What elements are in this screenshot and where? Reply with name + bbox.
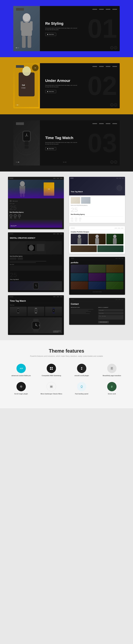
link-r2-3[interactable] <box>121 228 124 228</box>
svg-rect-82 <box>111 368 112 368</box>
hero-next-btn-1[interactable]: › <box>114 46 117 49</box>
watch-svg-1 <box>16 308 20 315</box>
contact-email-input[interactable] <box>98 312 124 314</box>
feature-icon-label-2: Brand <box>14 218 16 218</box>
dot-6[interactable] <box>16 162 16 162</box>
acf-icon-svg: ACF <box>19 366 24 371</box>
hero-logo-1 <box>16 8 24 11</box>
hero-prev-btn-2[interactable]: ‹ <box>110 104 113 106</box>
hero-bottom-bar-1: ‹ › <box>16 46 117 49</box>
dot-7[interactable] <box>17 162 18 162</box>
dot-active-1[interactable] <box>16 48 16 48</box>
hero-logo-3 <box>16 122 24 125</box>
hero-next-btn-3[interactable]: › <box>114 160 117 164</box>
hero-read-more-btn-3[interactable]: Read More <box>45 147 56 150</box>
hero-btn-label-2: Read More <box>49 91 54 92</box>
nav3-link-1[interactable] <box>92 123 97 124</box>
nav2-link-3[interactable] <box>106 66 110 67</box>
svg-point-65 <box>78 235 81 238</box>
nav-link-3[interactable] <box>106 9 110 10</box>
svg-point-60 <box>36 325 36 326</box>
svg-rect-43 <box>35 308 37 309</box>
portfolio-mini-grid <box>71 265 124 290</box>
hero-dots-1 <box>16 48 19 48</box>
mini-img-2 <box>81 197 90 204</box>
link-r4-1[interactable] <box>116 300 118 300</box>
hero-prev-btn-3[interactable]: ‹ <box>110 160 113 164</box>
hero-title-2: Under Armour <box>45 78 114 83</box>
features-grid-row-2: Scroll magic plugin Menu hamburger Class… <box>8 382 125 395</box>
bottom-img-2 <box>97 246 124 252</box>
link-r4-2[interactable] <box>118 300 120 300</box>
dot-5[interactable] <box>18 105 19 105</box>
dot-4[interactable] <box>16 105 16 105</box>
dot-3[interactable] <box>18 48 19 48</box>
hero-prev-btn-1[interactable]: ‹ <box>110 46 113 49</box>
hero-dots-3 <box>16 162 19 162</box>
link-r4-3[interactable] <box>121 300 124 300</box>
info-line-2 <box>71 310 88 311</box>
nav3-link-3[interactable] <box>106 123 110 124</box>
nav3-link-2[interactable] <box>99 123 104 124</box>
mini-nav-link-3[interactable] <box>122 178 124 178</box>
info-line-5 <box>71 313 90 314</box>
svg-text:ACF: ACF <box>20 368 23 370</box>
card-nav-link-8[interactable] <box>57 296 59 297</box>
nav-link-2[interactable] <box>99 9 104 10</box>
nav2-link-2[interactable] <box>99 66 104 67</box>
nav3-link-4[interactable] <box>112 123 117 124</box>
svg-rect-39 <box>17 312 19 314</box>
dot-active-3[interactable] <box>18 162 19 162</box>
feature-page: Beautifully page transition <box>99 364 125 377</box>
hero-nav-links-3 <box>92 123 117 124</box>
contact-name-input[interactable] <box>98 309 124 311</box>
load-more-text[interactable]: LOAD MORE WORKS <box>92 292 102 292</box>
feature-icon-circle-1: ✦ <box>10 214 12 217</box>
feature-icon-fast <box>77 382 86 391</box>
link-r2-2[interactable] <box>118 228 120 228</box>
hero-read-more-btn-1[interactable]: Read More <box>45 33 56 36</box>
dot-active-2[interactable] <box>17 105 18 105</box>
link-r3-3[interactable] <box>121 258 124 259</box>
hero-next-btn-2[interactable]: › <box>114 104 117 106</box>
card-content-left-2: DIGITAL CREATIVE AGENCY New Branding Age… <box>8 235 64 292</box>
preview-right-column: Time Tag Watch Hello we are New Branding… <box>69 177 125 335</box>
card-title-left-2: DIGITAL CREATIVE AGENCY <box>10 237 62 239</box>
mini-nav-link-1[interactable] <box>116 178 118 178</box>
feature-label-r3: Dev <box>80 220 81 221</box>
hero-subtitle-2: Every puzzle piece of information has it… <box>45 84 78 88</box>
svg-rect-30 <box>36 244 44 251</box>
mini-nav-link-2[interactable] <box>119 178 121 178</box>
card-title-left-3: Time Tag Watch <box>10 300 62 302</box>
svg-rect-77 <box>52 369 53 370</box>
card-nav-link-7[interactable] <box>53 296 56 297</box>
preview-card-left-2: DIGITAL CREATIVE AGENCY New Branding Age… <box>8 232 64 292</box>
card-nav-link-5[interactable] <box>57 234 59 234</box>
card-image-left-2 <box>10 241 62 254</box>
feature-label-acf: advanced custom fields pro <box>12 375 31 377</box>
card-nav-link-4[interactable] <box>53 234 56 234</box>
card-nav-link-9[interactable] <box>60 296 62 297</box>
contact-submit-btn[interactable]: SEND MESSAGE <box>98 321 109 323</box>
contact-message-input[interactable] <box>98 315 124 320</box>
nav-link-4[interactable] <box>112 9 117 10</box>
nav2-link-4[interactable] <box>112 66 117 67</box>
card-nav-link-6[interactable] <box>60 234 62 234</box>
link-r3-2[interactable] <box>118 258 120 259</box>
preview-card-left-1: Cal Hello we are data & style 25 New Bra… <box>8 177 64 229</box>
nav2-link-1[interactable] <box>92 66 97 67</box>
card-nav-link-3[interactable] <box>60 178 62 178</box>
card-links-right-2 <box>115 228 124 228</box>
person-images-row <box>71 234 124 244</box>
card-image-right-1: Time Tag Watch <box>69 177 125 196</box>
bottom-img-1 <box>71 246 97 252</box>
link-r2-1[interactable] <box>115 228 117 228</box>
hero-read-more-btn-2[interactable]: Read More <box>45 90 56 93</box>
card-nav-link-1[interactable] <box>53 178 56 178</box>
card-nav-link-2[interactable] <box>57 178 59 178</box>
dot-2[interactable] <box>17 48 18 48</box>
card-right-1-title-block: Time Tag Watch <box>71 191 83 194</box>
link-r3-1[interactable] <box>116 258 118 259</box>
nav-link-1[interactable] <box>92 9 97 10</box>
svg-rect-15 <box>23 132 30 141</box>
